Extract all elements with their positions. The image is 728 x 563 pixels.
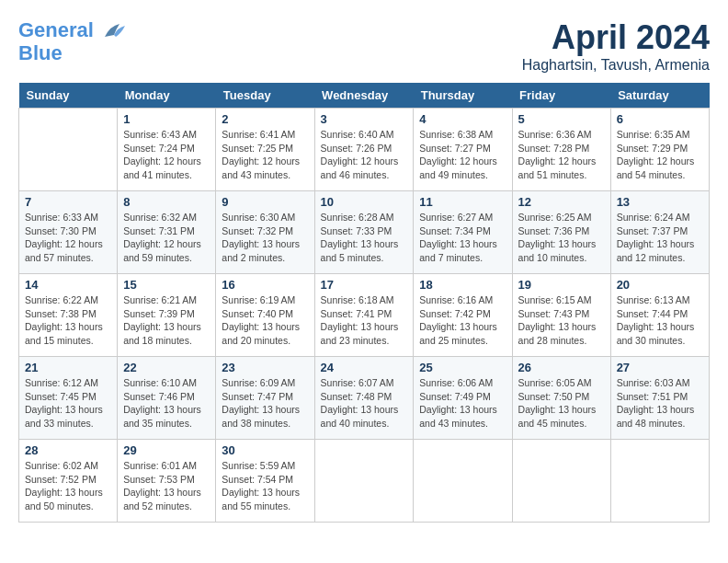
day-cell: 21Sunrise: 6:12 AM Sunset: 7:45 PM Dayli… (19, 357, 118, 440)
day-info: Sunrise: 6:19 AM Sunset: 7:40 PM Dayligh… (222, 293, 308, 348)
day-info: Sunrise: 6:25 AM Sunset: 7:36 PM Dayligh… (518, 211, 605, 265)
day-info: Sunrise: 6:07 AM Sunset: 7:48 PM Dayligh… (321, 376, 408, 431)
day-info: Sunrise: 6:02 AM Sunset: 7:52 PM Dayligh… (25, 459, 111, 513)
day-info: Sunrise: 6:18 AM Sunset: 7:41 PM Dayligh… (321, 293, 408, 348)
day-number: 1 (123, 112, 210, 126)
day-cell: 15Sunrise: 6:21 AM Sunset: 7:39 PM Dayli… (118, 274, 216, 357)
day-number: 30 (222, 443, 308, 457)
day-cell: 14Sunrise: 6:22 AM Sunset: 7:38 PM Dayli… (19, 274, 118, 357)
logo-bird-icon (101, 18, 127, 44)
col-header-tuesday: Tuesday (216, 83, 314, 109)
day-cell: 6Sunrise: 6:35 AM Sunset: 7:29 PM Daylig… (610, 109, 709, 191)
day-number: 19 (518, 278, 605, 292)
day-cell: 28Sunrise: 6:02 AM Sunset: 7:52 PM Dayli… (19, 440, 118, 523)
day-cell (512, 440, 610, 523)
day-number: 28 (25, 443, 111, 457)
day-number: 16 (222, 278, 308, 292)
day-info: Sunrise: 6:30 AM Sunset: 7:32 PM Dayligh… (222, 211, 308, 265)
day-info: Sunrise: 6:33 AM Sunset: 7:30 PM Dayligh… (25, 211, 111, 265)
day-info: Sunrise: 6:41 AM Sunset: 7:25 PM Dayligh… (222, 128, 308, 182)
day-info: Sunrise: 6:22 AM Sunset: 7:38 PM Dayligh… (25, 293, 111, 348)
day-cell: 4Sunrise: 6:38 AM Sunset: 7:27 PM Daylig… (414, 109, 512, 191)
day-number: 12 (518, 195, 605, 209)
day-number: 18 (419, 278, 506, 292)
day-cell (610, 440, 709, 523)
day-number: 4 (419, 112, 506, 126)
page-header: General Blue April 2024 Haghartsin, Tavu… (18, 18, 710, 74)
day-info: Sunrise: 6:13 AM Sunset: 7:44 PM Dayligh… (617, 293, 703, 348)
day-cell: 19Sunrise: 6:15 AM Sunset: 7:43 PM Dayli… (512, 274, 610, 357)
day-info: Sunrise: 6:15 AM Sunset: 7:43 PM Dayligh… (518, 293, 605, 348)
day-info: Sunrise: 6:40 AM Sunset: 7:26 PM Dayligh… (321, 128, 408, 182)
day-number: 10 (321, 195, 408, 209)
day-info: Sunrise: 6:16 AM Sunset: 7:42 PM Dayligh… (419, 293, 506, 348)
day-info: Sunrise: 6:10 AM Sunset: 7:46 PM Dayligh… (123, 376, 210, 431)
day-number: 27 (617, 361, 703, 374)
day-cell: 20Sunrise: 6:13 AM Sunset: 7:44 PM Dayli… (610, 274, 709, 357)
day-number: 23 (222, 361, 308, 374)
location-subtitle: Haghartsin, Tavush, Armenia (522, 57, 710, 74)
col-header-thursday: Thursday (414, 83, 512, 109)
day-info: Sunrise: 6:05 AM Sunset: 7:50 PM Dayligh… (518, 376, 605, 431)
day-info: Sunrise: 6:36 AM Sunset: 7:28 PM Dayligh… (518, 128, 605, 182)
day-cell: 8Sunrise: 6:32 AM Sunset: 7:31 PM Daylig… (118, 191, 216, 274)
day-number: 5 (518, 112, 605, 126)
day-cell: 17Sunrise: 6:18 AM Sunset: 7:41 PM Dayli… (314, 274, 414, 357)
day-cell: 5Sunrise: 6:36 AM Sunset: 7:28 PM Daylig… (512, 109, 610, 191)
logo-blue: Blue (18, 42, 127, 64)
day-number: 26 (518, 361, 605, 374)
col-header-monday: Monday (118, 83, 216, 109)
col-header-sunday: Sunday (19, 83, 118, 109)
month-year-title: April 2024 (522, 18, 710, 57)
day-cell (414, 440, 512, 523)
day-info: Sunrise: 6:06 AM Sunset: 7:49 PM Dayligh… (419, 376, 506, 431)
day-cell: 29Sunrise: 6:01 AM Sunset: 7:53 PM Dayli… (118, 440, 216, 523)
week-row-5: 28Sunrise: 6:02 AM Sunset: 7:52 PM Dayli… (19, 440, 710, 523)
week-row-3: 14Sunrise: 6:22 AM Sunset: 7:38 PM Dayli… (19, 274, 710, 357)
day-number: 3 (321, 112, 408, 126)
day-cell: 11Sunrise: 6:27 AM Sunset: 7:34 PM Dayli… (414, 191, 512, 274)
day-number: 15 (123, 278, 210, 292)
title-block: April 2024 Haghartsin, Tavush, Armenia (522, 18, 710, 74)
day-number: 6 (617, 112, 703, 126)
day-info: Sunrise: 6:09 AM Sunset: 7:47 PM Dayligh… (222, 376, 308, 431)
day-number: 11 (419, 195, 506, 209)
day-number: 21 (25, 361, 111, 374)
day-cell: 16Sunrise: 6:19 AM Sunset: 7:40 PM Dayli… (216, 274, 314, 357)
day-cell: 10Sunrise: 6:28 AM Sunset: 7:33 PM Dayli… (314, 191, 414, 274)
day-number: 13 (617, 195, 703, 209)
day-number: 20 (617, 278, 703, 292)
day-cell: 27Sunrise: 6:03 AM Sunset: 7:51 PM Dayli… (610, 357, 709, 440)
day-cell: 3Sunrise: 6:40 AM Sunset: 7:26 PM Daylig… (314, 109, 414, 191)
day-cell: 22Sunrise: 6:10 AM Sunset: 7:46 PM Dayli… (118, 357, 216, 440)
week-row-2: 7Sunrise: 6:33 AM Sunset: 7:30 PM Daylig… (19, 191, 710, 274)
col-header-saturday: Saturday (610, 83, 709, 109)
day-number: 2 (222, 112, 308, 126)
col-header-friday: Friday (512, 83, 610, 109)
day-number: 22 (123, 361, 210, 374)
day-number: 14 (25, 278, 111, 292)
day-cell: 13Sunrise: 6:24 AM Sunset: 7:37 PM Dayli… (610, 191, 709, 274)
day-number: 8 (123, 195, 210, 209)
day-cell (314, 440, 414, 523)
day-info: Sunrise: 5:59 AM Sunset: 7:54 PM Dayligh… (222, 459, 308, 513)
day-info: Sunrise: 6:43 AM Sunset: 7:24 PM Dayligh… (123, 128, 210, 182)
day-cell: 26Sunrise: 6:05 AM Sunset: 7:50 PM Dayli… (512, 357, 610, 440)
day-info: Sunrise: 6:01 AM Sunset: 7:53 PM Dayligh… (123, 459, 210, 513)
day-info: Sunrise: 6:28 AM Sunset: 7:33 PM Dayligh… (321, 211, 408, 265)
day-info: Sunrise: 6:38 AM Sunset: 7:27 PM Dayligh… (419, 128, 506, 182)
day-number: 9 (222, 195, 308, 209)
day-number: 7 (25, 195, 111, 209)
day-cell: 9Sunrise: 6:30 AM Sunset: 7:32 PM Daylig… (216, 191, 314, 274)
day-cell: 7Sunrise: 6:33 AM Sunset: 7:30 PM Daylig… (19, 191, 118, 274)
day-info: Sunrise: 6:03 AM Sunset: 7:51 PM Dayligh… (617, 376, 703, 431)
logo-text: General (18, 18, 127, 44)
header-row: SundayMondayTuesdayWednesdayThursdayFrid… (19, 83, 710, 109)
day-cell: 2Sunrise: 6:41 AM Sunset: 7:25 PM Daylig… (216, 109, 314, 191)
day-info: Sunrise: 6:21 AM Sunset: 7:39 PM Dayligh… (123, 293, 210, 348)
day-cell: 24Sunrise: 6:07 AM Sunset: 7:48 PM Dayli… (314, 357, 414, 440)
day-info: Sunrise: 6:32 AM Sunset: 7:31 PM Dayligh… (123, 211, 210, 265)
day-cell (19, 109, 118, 191)
logo-general: General (18, 18, 94, 41)
day-cell: 25Sunrise: 6:06 AM Sunset: 7:49 PM Dayli… (414, 357, 512, 440)
